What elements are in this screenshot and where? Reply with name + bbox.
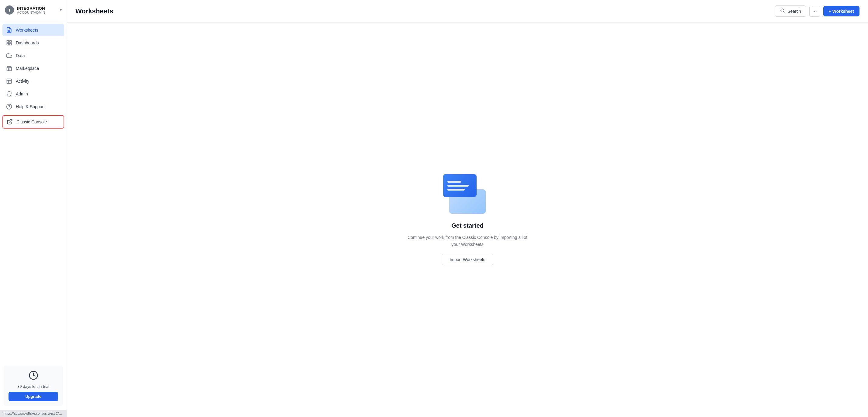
sidebar-item-label: Help & Support: [16, 104, 45, 109]
empty-state-description: Continue your work from the Classic Cons…: [407, 234, 528, 248]
avatar: I: [5, 5, 14, 14]
svg-rect-3: [10, 41, 11, 42]
status-bar: https://app.snowflake.com/us-west-2/cxa3…: [0, 410, 67, 417]
svg-line-17: [783, 11, 784, 12]
add-worksheet-button[interactable]: + Worksheet: [823, 6, 860, 17]
svg-rect-8: [7, 79, 11, 84]
chevron-down-icon: ▾: [60, 8, 62, 12]
search-button[interactable]: Search: [775, 5, 806, 17]
page-title: Worksheets: [75, 7, 113, 15]
account-name: INTEGRATION: [17, 6, 57, 11]
import-worksheets-button[interactable]: Import Worksheets: [442, 254, 493, 265]
main-content: Worksheets Search ··· + Worksheet: [67, 0, 868, 417]
envelope-doc: [443, 174, 476, 197]
doc-line-2: [447, 185, 469, 187]
sidebar-item-admin[interactable]: Admin: [2, 88, 64, 100]
main-body: Get started Continue your work from the …: [67, 23, 868, 417]
sidebar-item-label: Worksheets: [16, 28, 38, 33]
svg-rect-5: [7, 43, 9, 45]
sidebar-item-help-support[interactable]: Help & Support: [2, 101, 64, 113]
sidebar-item-label: Marketplace: [16, 66, 39, 71]
upgrade-button[interactable]: Upgrade: [8, 392, 58, 401]
trial-days-text: 39 days left in trial: [8, 384, 58, 389]
sidebar-nav: Worksheets Dashboards Data: [0, 20, 67, 362]
trial-section: 39 days left in trial Upgrade: [4, 366, 63, 406]
header-actions: Search ··· + Worksheet: [775, 5, 860, 17]
empty-state-illustration: [443, 174, 492, 214]
sidebar: I INTEGRATION ACCOUNTADMIN ▾ Worksheets: [0, 0, 67, 417]
doc-line-3: [447, 189, 465, 191]
account-header[interactable]: I INTEGRATION ACCOUNTADMIN ▾: [0, 0, 67, 20]
more-options-button[interactable]: ···: [809, 6, 820, 17]
ellipsis-icon: ···: [812, 8, 817, 14]
sidebar-item-label: Activity: [16, 79, 29, 84]
sidebar-item-marketplace[interactable]: Marketplace: [2, 62, 64, 74]
empty-state-title: Get started: [451, 222, 484, 229]
empty-state: Get started Continue your work from the …: [407, 174, 528, 265]
search-icon: [780, 8, 785, 14]
help-icon: [6, 104, 12, 110]
sidebar-item-label: Data: [16, 53, 25, 58]
svg-line-14: [9, 120, 12, 123]
sidebar-item-classic-console[interactable]: Classic Console: [2, 115, 64, 129]
cloud-icon: [6, 53, 12, 59]
sidebar-item-label: Dashboards: [16, 40, 39, 45]
account-info: INTEGRATION ACCOUNTADMIN: [17, 6, 57, 14]
clock-icon: [8, 371, 58, 382]
shield-icon: [6, 91, 12, 97]
doc-line-1: [447, 181, 461, 183]
sidebar-item-label: Classic Console: [17, 120, 47, 124]
sidebar-item-activity[interactable]: Activity: [2, 75, 64, 87]
svg-rect-2: [7, 41, 9, 42]
file-icon: [6, 27, 12, 33]
search-label: Search: [787, 9, 801, 14]
svg-rect-4: [10, 43, 11, 45]
sidebar-item-label: Admin: [16, 92, 28, 96]
external-link-icon: [7, 119, 13, 125]
account-role: ACCOUNTADMIN: [17, 11, 57, 14]
sidebar-item-data[interactable]: Data: [2, 50, 64, 62]
sidebar-item-dashboards[interactable]: Dashboards: [2, 37, 64, 49]
activity-icon: [6, 78, 12, 84]
main-header: Worksheets Search ··· + Worksheet: [67, 0, 868, 23]
store-icon: [6, 65, 12, 71]
sidebar-item-worksheets[interactable]: Worksheets: [2, 24, 64, 36]
grid-icon: [6, 40, 12, 46]
